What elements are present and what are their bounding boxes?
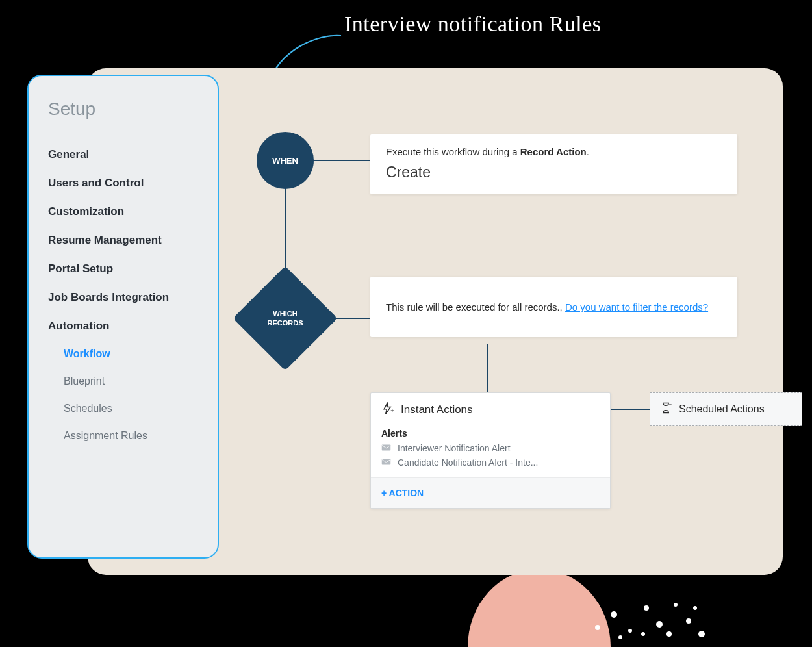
when-card-action: Create	[386, 164, 722, 181]
connector	[312, 160, 370, 161]
when-card-description: Execute this workflow during a Record Ac…	[386, 146, 722, 157]
lightning-icon: +	[381, 402, 394, 418]
svg-point-4	[656, 621, 663, 628]
alerts-label: Alerts	[371, 424, 610, 441]
add-action-button[interactable]: + ACTION	[381, 488, 424, 498]
svg-point-7	[698, 631, 705, 637]
sidebar-subitem-blueprint[interactable]: Blueprint	[48, 368, 198, 395]
mail-icon	[381, 443, 391, 453]
sidebar-item-portal-setup[interactable]: Portal Setup	[48, 255, 198, 283]
svg-point-6	[686, 618, 691, 624]
svg-point-2	[628, 629, 632, 633]
alert-row[interactable]: Interviewer Notification Alert	[371, 441, 610, 455]
instant-actions-title: Instant Actions	[401, 403, 473, 416]
which-records-node[interactable]: WHICHRECORDS	[243, 276, 327, 361]
svg-text:+: +	[390, 407, 394, 414]
sidebar-item-job-boards[interactable]: Job Boards Integration	[48, 283, 198, 312]
setup-sidebar: Setup General Users and Control Customiz…	[27, 75, 219, 559]
when-node[interactable]: WHEN	[257, 132, 314, 189]
svg-point-8	[618, 635, 622, 639]
scheduled-actions-card[interactable]: + Scheduled Actions	[650, 392, 802, 426]
svg-rect-13	[382, 445, 391, 451]
alert-label: Candidate Notification Alert - Inte...	[398, 457, 538, 468]
sidebar-item-customization[interactable]: Customization	[48, 197, 198, 226]
svg-point-0	[595, 625, 600, 630]
sidebar-subitem-workflow[interactable]: Workflow	[48, 340, 198, 368]
svg-point-10	[641, 632, 645, 636]
svg-point-5	[674, 603, 678, 607]
which-records-node-label: WHICHRECORDS	[267, 309, 303, 328]
mail-icon	[381, 457, 391, 468]
which-records-text: This rule will be executed for all recor…	[386, 301, 722, 312]
alert-row[interactable]: Candidate Notification Alert - Inte...	[371, 455, 610, 470]
connector	[611, 409, 650, 410]
instant-actions-card: + Instant Actions Alerts Interviewer Not…	[370, 392, 611, 509]
svg-point-3	[644, 605, 649, 611]
sidebar-item-automation[interactable]: Automation	[48, 312, 198, 340]
svg-point-1	[611, 611, 617, 618]
sidebar-subitem-schedules[interactable]: Schedules	[48, 395, 198, 422]
svg-point-9	[666, 631, 672, 637]
connector	[487, 344, 488, 393]
sidebar-item-resume-management[interactable]: Resume Management	[48, 226, 198, 255]
which-records-card[interactable]: This rule will be executed for all recor…	[370, 277, 737, 337]
svg-point-11	[693, 606, 697, 610]
hourglass-icon: +	[659, 401, 672, 417]
filter-records-link[interactable]: Do you want to filter the records?	[565, 301, 708, 312]
when-card[interactable]: Execute this workflow during a Record Ac…	[370, 134, 737, 194]
alert-label: Interviewer Notification Alert	[398, 443, 511, 453]
when-node-label: WHEN	[272, 156, 298, 166]
annotation-title: Interview notification Rules	[344, 12, 601, 36]
decorative-dots	[585, 569, 715, 647]
sidebar-item-general[interactable]: General	[48, 140, 198, 169]
svg-rect-14	[382, 459, 391, 465]
sidebar-item-users-control[interactable]: Users and Control	[48, 169, 198, 197]
sidebar-subitem-assignment-rules[interactable]: Assignment Rules	[48, 422, 198, 450]
svg-text:+: +	[668, 401, 672, 408]
scheduled-actions-title: Scheduled Actions	[679, 403, 765, 415]
sidebar-title: Setup	[48, 99, 198, 120]
